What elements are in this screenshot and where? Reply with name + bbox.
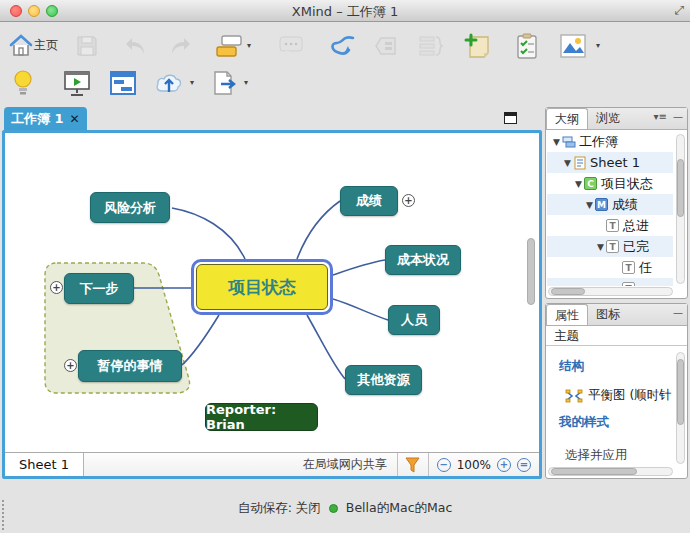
expand-icon[interactable]: + [64, 359, 77, 372]
task-info-button[interactable] [512, 31, 542, 61]
home-button-label[interactable]: 主页 [34, 37, 58, 54]
add-note-button[interactable] [462, 31, 492, 61]
gantt-button[interactable] [108, 68, 138, 98]
collapse-arrow-icon[interactable]: ▼ [595, 242, 606, 252]
tips-button[interactable] [8, 68, 38, 98]
properties-panel-tabs: 属性 图标 — [546, 304, 687, 326]
tab-close-icon[interactable]: ✕ [70, 113, 80, 125]
tree-row-label: 已完 [623, 238, 649, 256]
filter-button[interactable] [398, 453, 428, 476]
tree-row-sheet[interactable]: ▼ Sheet 1 [547, 152, 673, 173]
outline-vertical-scrollbar[interactable] [676, 134, 685, 284]
drag-handle[interactable] [2, 500, 5, 530]
insert-image-button[interactable] [558, 31, 588, 61]
boundary-button [372, 31, 402, 61]
expand-icon[interactable]: + [402, 194, 415, 207]
statusbar: 自动保存: 关闭 Bella的Mac的Mac [0, 483, 690, 533]
comment-button [276, 31, 306, 61]
filter-funnel-icon [405, 457, 420, 473]
collapse-arrow-icon[interactable]: ▼ [573, 179, 584, 189]
collapse-arrow-icon[interactable]: ▼ [562, 158, 573, 168]
balance-map-icon [565, 389, 583, 403]
tree-row-subtopic[interactable]: T 任 [547, 257, 673, 278]
export-icon [211, 70, 239, 96]
collapse-arrow-icon[interactable]: ▼ [584, 200, 595, 210]
presentation-button[interactable] [62, 68, 92, 98]
canvas-vertical-scrollbar[interactable] [527, 238, 535, 305]
lan-share-label[interactable]: 在局域网内共享 [293, 456, 397, 473]
home-button[interactable] [6, 31, 36, 61]
minimize-panel-icon[interactable]: — [673, 111, 683, 122]
export-button[interactable] [210, 68, 240, 98]
fullscreen-icon[interactable]: ⤢ [674, 3, 684, 17]
editor-frame: 风险分析 成绩 成本状况 人员 其他资源 下一步 暂停的事情 项目状态 + + … [2, 130, 542, 479]
tree-row-label: 成绩 [612, 196, 638, 214]
relationship-button[interactable] [328, 31, 358, 61]
upload-share-dropdown[interactable]: ▾ [190, 78, 194, 87]
zoom-level[interactable]: 100% [457, 458, 491, 472]
tree-row-label: Sheet 1 [590, 155, 640, 170]
toolbar: 主页 ▾ [0, 23, 690, 103]
outline-panel-tabs: 大纲 浏览 ▾≡ — [546, 108, 687, 130]
tree-row-subtopic[interactable]: T [547, 278, 673, 286]
topic-paused-items[interactable]: 暂停的事情 [78, 350, 182, 382]
tree-row-central-topic[interactable]: ▼ C 项目状态 [547, 173, 673, 194]
tab-properties[interactable]: 属性 [546, 304, 588, 325]
central-topic-selection[interactable]: 项目状态 [191, 259, 333, 315]
structure-selector[interactable]: 平衡图 (顺时针 [547, 375, 673, 404]
tab-sheet-1[interactable]: Sheet 1 [5, 453, 84, 476]
maximize-editor-icon[interactable] [504, 112, 517, 124]
zoom-fit-button[interactable]: = [517, 458, 531, 472]
zoom-in-button[interactable]: + [497, 458, 511, 472]
central-topic[interactable]: 项目状态 [196, 264, 328, 310]
my-styles-action[interactable]: 选择并应用 [547, 431, 673, 464]
topic-other-resources[interactable]: 其他资源 [345, 365, 422, 395]
summary-button [416, 31, 446, 61]
tab-outline[interactable]: 大纲 [546, 108, 588, 129]
task-info-icon [514, 32, 540, 60]
insert-image-dropdown[interactable]: ▾ [596, 41, 600, 50]
tree-row-workbook[interactable]: ▼ 工作簿 [547, 131, 673, 152]
insert-topic-button[interactable] [214, 31, 244, 61]
main-topic-badge: M [595, 198, 608, 211]
outline-horizontal-scrollbar[interactable] [548, 287, 673, 296]
properties-vertical-scrollbar[interactable] [676, 352, 685, 464]
view-menu-icon[interactable]: ▾≡ [654, 111, 667, 122]
insert-topic-dropdown[interactable]: ▾ [247, 41, 251, 50]
tree-row-label: 项目状态 [601, 175, 653, 193]
structure-value: 平衡图 (顺时针 [588, 387, 672, 404]
upload-share-button[interactable] [154, 68, 184, 98]
tab-workbook-label: 工作簿 1 [11, 110, 64, 128]
topic-badge: T [622, 282, 635, 286]
tree-row-label: 任 [639, 259, 652, 277]
properties-panel: 属性 图标 — 主题 结构 平衡图 (顺时针 我的样式 选择并应用 [545, 303, 688, 479]
lightbulb-icon [11, 69, 35, 97]
xmind-window: XMind – 工作簿 1 ⤢ 主页 [0, 0, 690, 533]
topic-people[interactable]: 人员 [388, 305, 440, 335]
summary-icon [418, 34, 444, 58]
tree-row-main-topic[interactable]: ▼ M 成绩 [547, 194, 673, 215]
topic-cost-status[interactable]: 成本状况 [385, 245, 461, 275]
expand-icon[interactable]: + [50, 281, 63, 294]
editor-bottombar: Sheet 1 在局域网内共享 − 100% + = [5, 452, 539, 476]
tab-browse[interactable]: 浏览 [588, 108, 628, 129]
topic-next-step[interactable]: 下一步 [64, 273, 134, 304]
tree-row-subtopic[interactable]: ▼ T 已完 [547, 236, 673, 257]
tree-row-subtopic[interactable]: T 总进 [547, 215, 673, 236]
legend-reporter[interactable]: Reporter: Brian [205, 403, 318, 431]
tree-row-label: 工作簿 [579, 133, 618, 151]
topic-achievement[interactable]: 成绩 [340, 186, 398, 216]
minimize-panel-icon[interactable]: — [673, 307, 683, 318]
topic-badge: T [606, 240, 619, 253]
mindmap-canvas[interactable]: 风险分析 成绩 成本状况 人员 其他资源 下一步 暂停的事情 项目状态 + + … [5, 133, 539, 452]
zoom-out-button[interactable]: − [437, 458, 451, 472]
properties-horizontal-scrollbar[interactable] [548, 467, 673, 476]
central-topic-badge: C [584, 177, 597, 190]
titlebar: XMind – 工作簿 1 ⤢ [0, 0, 690, 22]
collapse-arrow-icon[interactable]: ▼ [551, 137, 562, 147]
autosave-status: 自动保存: 关闭 [238, 500, 321, 517]
tab-icons[interactable]: 图标 [588, 304, 628, 325]
tab-workbook-1[interactable]: 工作簿 1 ✕ [4, 107, 87, 131]
export-dropdown[interactable]: ▾ [244, 78, 248, 87]
topic-risk-analysis[interactable]: 风险分析 [90, 192, 170, 223]
